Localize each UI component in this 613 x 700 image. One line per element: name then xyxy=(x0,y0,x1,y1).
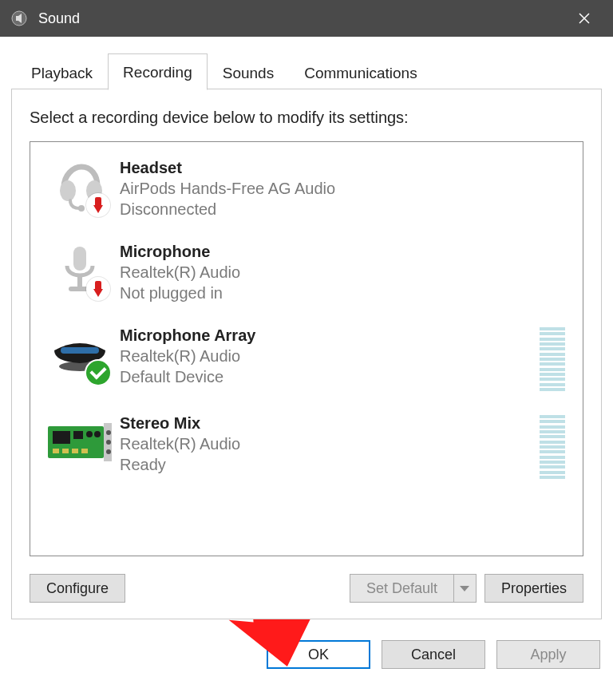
status-badge-unplugged-icon xyxy=(86,277,110,301)
client-area: Playback Recording Sounds Communications… xyxy=(0,37,613,627)
device-status: Not plugged in xyxy=(120,283,570,303)
tab-strip: Playback Recording Sounds Communications xyxy=(16,53,605,89)
svg-point-22 xyxy=(106,449,111,454)
device-item[interactable]: Stereo Mix Realtek(R) Audio Ready xyxy=(38,407,575,495)
svg-rect-18 xyxy=(72,449,78,453)
device-driver: Realtek(R) Audio xyxy=(120,346,540,366)
tab-playback[interactable]: Playback xyxy=(16,56,108,90)
device-status: Disconnected xyxy=(120,199,570,219)
svg-point-21 xyxy=(106,440,111,445)
device-list: Headset AirPods Hands-Free AG Audio Disc… xyxy=(30,141,583,556)
svg-rect-5 xyxy=(73,247,86,271)
microphone-icon xyxy=(43,242,117,298)
svg-rect-16 xyxy=(53,449,59,453)
svg-point-4 xyxy=(78,205,85,212)
configure-button[interactable]: Configure xyxy=(30,574,125,603)
tab-communications[interactable]: Communications xyxy=(289,56,433,90)
svg-point-15 xyxy=(94,431,101,437)
level-meter xyxy=(540,327,565,391)
device-item[interactable]: Microphone Realtek(R) Audio Not plugged … xyxy=(38,235,575,319)
status-badge-default-icon xyxy=(86,361,110,385)
titlebar: Sound xyxy=(0,0,613,37)
window-title: Sound xyxy=(38,10,80,27)
device-item[interactable]: Headset AirPods Hands-Free AG Audio Disc… xyxy=(38,152,575,235)
device-status: Ready xyxy=(120,454,540,475)
device-driver: AirPods Hands-Free AG Audio xyxy=(120,178,570,199)
level-meter xyxy=(540,415,565,479)
svg-rect-6 xyxy=(77,277,82,287)
svg-rect-12 xyxy=(53,431,70,444)
properties-button[interactable]: Properties xyxy=(484,574,583,603)
soundcard-icon xyxy=(43,413,117,469)
device-driver: Realtek(R) Audio xyxy=(120,262,570,283)
sound-title-icon xyxy=(11,10,27,26)
instruction-text: Select a recording device below to modif… xyxy=(30,109,583,127)
svg-rect-9 xyxy=(61,347,99,354)
device-driver: Realtek(R) Audio xyxy=(120,433,540,454)
close-button[interactable] xyxy=(567,0,602,37)
mic-array-icon xyxy=(43,326,117,382)
set-default-button[interactable]: Set Default xyxy=(350,574,454,603)
device-name: Stereo Mix xyxy=(120,413,540,433)
tab-recording[interactable]: Recording xyxy=(108,53,208,90)
ok-button[interactable]: OK xyxy=(267,640,370,669)
svg-point-20 xyxy=(106,430,111,435)
svg-rect-17 xyxy=(62,449,69,453)
svg-rect-1 xyxy=(16,16,18,21)
tab-panel-recording: Select a recording device below to modif… xyxy=(11,89,602,619)
tab-sounds[interactable]: Sounds xyxy=(208,56,289,90)
svg-rect-13 xyxy=(73,431,83,439)
device-name: Microphone Array xyxy=(120,326,540,346)
device-name: Headset xyxy=(120,158,570,178)
device-name: Microphone xyxy=(120,242,570,262)
set-default-dropdown[interactable] xyxy=(454,574,477,603)
panel-button-row: Configure Set Default Properties xyxy=(30,574,583,603)
device-item[interactable]: Microphone Array Realtek(R) Audio Defaul… xyxy=(38,319,575,407)
status-badge-disconnected-icon xyxy=(86,193,110,217)
headset-icon xyxy=(43,158,117,214)
svg-rect-19 xyxy=(81,449,88,453)
apply-button[interactable]: Apply xyxy=(496,640,600,669)
svg-point-2 xyxy=(60,180,76,201)
svg-point-14 xyxy=(86,431,93,437)
dialog-button-row: OK Cancel Apply xyxy=(0,627,613,677)
cancel-button[interactable]: Cancel xyxy=(382,640,485,669)
device-status: Default Device xyxy=(120,366,540,387)
